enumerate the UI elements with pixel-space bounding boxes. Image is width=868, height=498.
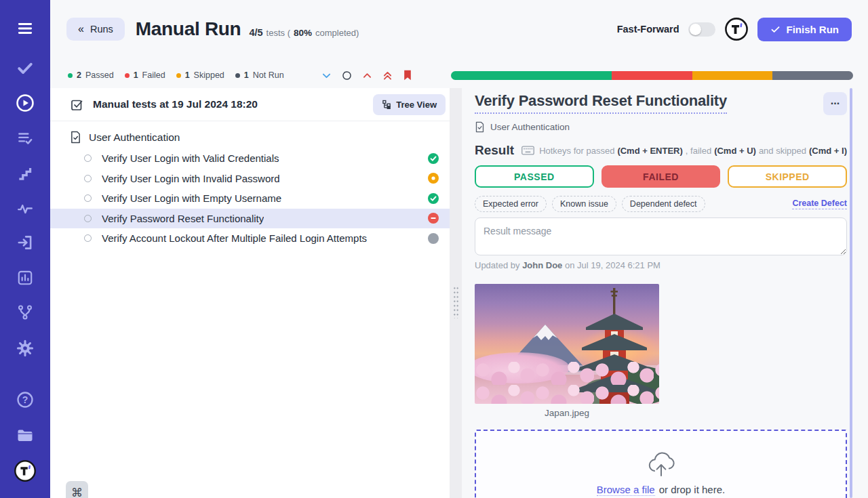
branch-icon[interactable] bbox=[0, 304, 50, 321]
test-title: Verify User Login with Valid Credentials bbox=[102, 152, 279, 164]
result-heading: Result bbox=[475, 143, 514, 158]
test-row[interactable]: Verify User Login with Empty Username bbox=[50, 188, 450, 209]
updated-suffix: on Jul 19, 2024 6:21 PM bbox=[565, 260, 660, 270]
hotkeys-mid1: , failed bbox=[686, 146, 711, 156]
radio-icon[interactable] bbox=[84, 194, 92, 202]
tag-known-issue[interactable]: Known issue bbox=[552, 196, 616, 212]
chevron-down-icon[interactable] bbox=[321, 70, 332, 81]
failed-count-label: Failed bbox=[142, 70, 165, 80]
tag-dependent-defect[interactable]: Dependent defect bbox=[622, 196, 705, 212]
passed-count: 2 Passed bbox=[68, 70, 114, 80]
radio-icon[interactable] bbox=[84, 234, 92, 242]
tests-list: Verify User Login with Valid Credentials… bbox=[50, 148, 450, 249]
browse-file-link[interactable]: Browse a file bbox=[597, 484, 655, 496]
svg-text:?: ? bbox=[22, 394, 28, 405]
projects-icon[interactable] bbox=[0, 426, 50, 445]
finish-run-label: Finish Run bbox=[787, 24, 840, 35]
document-check-icon bbox=[475, 121, 485, 133]
test-title: Verify Password Reset Functionality bbox=[102, 213, 264, 224]
breadcrumb-suite[interactable]: User Authentication bbox=[490, 122, 570, 132]
notrun-count-label: Not Run bbox=[253, 70, 284, 80]
hotkeys-passed: (Cmd + ENTER) bbox=[617, 146, 682, 156]
cloud-upload-icon bbox=[645, 450, 677, 478]
command-hotkeys-button[interactable]: ⌘ bbox=[66, 481, 88, 498]
file-dropzone[interactable]: Browse a file or drop it here. Click her… bbox=[475, 430, 847, 498]
back-chevron-icon: « bbox=[78, 24, 84, 35]
test-row-selected[interactable]: Verify Password Reset Functionality bbox=[50, 209, 450, 229]
status-bar-actions bbox=[321, 69, 413, 81]
double-chevron-up-icon[interactable] bbox=[382, 70, 393, 81]
test-title: Verify User Login with Empty Username bbox=[102, 192, 281, 204]
help-icon[interactable]: ? bbox=[0, 390, 50, 409]
back-to-runs-button[interactable]: « Runs bbox=[66, 18, 125, 41]
brand-logo[interactable] bbox=[724, 17, 749, 41]
hotkeys-hint: Hotkeys for passed (Cmd + ENTER) , faile… bbox=[521, 146, 847, 156]
tests-word: tests ( bbox=[267, 28, 290, 38]
skipped-button[interactable]: SKIPPED bbox=[728, 165, 847, 188]
notrun-count-value: 1 bbox=[244, 70, 249, 80]
settings-icon[interactable] bbox=[0, 339, 50, 358]
breadcrumb: User Authentication bbox=[475, 121, 847, 133]
radio-icon[interactable] bbox=[84, 215, 92, 222]
drop-text: or drop it here. bbox=[659, 484, 726, 495]
app-logo[interactable] bbox=[0, 459, 50, 483]
hotkeys-mid2: and skipped bbox=[759, 146, 806, 156]
skipped-count-value: 1 bbox=[185, 70, 190, 80]
run-list-icon[interactable] bbox=[0, 129, 50, 147]
passed-count-label: Passed bbox=[85, 70, 114, 80]
circle-outline-icon[interactable] bbox=[341, 70, 353, 81]
test-detail-title[interactable]: Verify Password Reset Functionality bbox=[475, 92, 727, 114]
passed-button[interactable]: PASSED bbox=[475, 165, 594, 188]
progress-segment-failed bbox=[612, 71, 692, 80]
fast-forward-toggle[interactable] bbox=[688, 22, 715, 37]
chevron-up-icon[interactable] bbox=[361, 70, 373, 81]
toggle-knob bbox=[690, 24, 701, 35]
completed-word: completed) bbox=[315, 28, 359, 38]
suite-user-authentication[interactable]: User Authentication bbox=[50, 131, 450, 144]
attachment-image[interactable] bbox=[475, 284, 659, 404]
failed-button[interactable]: FAILED bbox=[601, 165, 721, 188]
test-row[interactable]: Verify Account Lockout After Multiple Fa… bbox=[50, 228, 450, 249]
test-title: Verify User Login with Invalid Password bbox=[102, 173, 280, 184]
menu-icon[interactable] bbox=[0, 18, 50, 39]
tests-ratio: 4/5 bbox=[249, 27, 262, 38]
status-failed-icon bbox=[428, 213, 439, 224]
attachment-filename: Japan.jpeg bbox=[475, 408, 659, 418]
import-icon[interactable] bbox=[0, 234, 50, 251]
test-detail-panel: Verify Password Reset Functionality ... … bbox=[462, 88, 868, 498]
run-progress-bar bbox=[451, 71, 853, 80]
vertical-scrollbar[interactable] bbox=[850, 88, 852, 498]
check-icon[interactable] bbox=[0, 58, 50, 77]
hotkeys-skipped: (Cmd + I) bbox=[809, 146, 847, 156]
create-defect-link[interactable]: Create Defect bbox=[792, 199, 847, 209]
radio-icon[interactable] bbox=[84, 154, 92, 162]
run-status-bar: 2 Passed 1 Failed 1 Skipped 1 Not Run bbox=[68, 67, 853, 83]
pulse-icon[interactable] bbox=[0, 200, 50, 217]
skipped-dot-icon bbox=[176, 73, 181, 78]
analytics-icon[interactable] bbox=[0, 269, 50, 287]
radio-icon[interactable] bbox=[84, 175, 92, 182]
notrun-dot-icon bbox=[235, 73, 240, 78]
status-notrun-icon bbox=[428, 233, 439, 244]
app-window: ? « Runs Manual Run 4/5 tests ( 80% comp… bbox=[0, 0, 868, 498]
tree-view-button[interactable]: Tree View bbox=[373, 94, 446, 115]
result-message-input[interactable] bbox=[475, 217, 847, 255]
finish-run-button[interactable]: Finish Run bbox=[757, 18, 852, 41]
suite-title: User Authentication bbox=[89, 131, 180, 144]
attachment-thumbnail[interactable]: Japan.jpeg bbox=[475, 284, 659, 418]
fast-forward-label: Fast-Forward bbox=[617, 24, 679, 35]
failed-count: 1 Failed bbox=[125, 70, 165, 80]
page-header: « Runs Manual Run 4/5 tests ( 80% comple… bbox=[66, 16, 852, 42]
failed-count-value: 1 bbox=[134, 70, 138, 80]
steps-icon[interactable] bbox=[0, 165, 50, 182]
play-circle-icon[interactable] bbox=[0, 93, 50, 113]
panel-resize-divider[interactable] bbox=[450, 88, 462, 498]
tag-expected-error[interactable]: Expected error bbox=[475, 196, 547, 212]
tests-panel: Manual tests at 19 Jul 2024 18:20 Tree V… bbox=[50, 88, 450, 498]
bookmark-icon[interactable] bbox=[402, 69, 413, 81]
more-options-button[interactable]: ... bbox=[823, 92, 847, 115]
failed-dot-icon bbox=[125, 73, 130, 78]
test-row[interactable]: Verify User Login with Invalid Password bbox=[50, 169, 450, 189]
drag-handle-icon bbox=[453, 286, 459, 318]
test-row[interactable]: Verify User Login with Valid Credentials bbox=[50, 148, 450, 169]
